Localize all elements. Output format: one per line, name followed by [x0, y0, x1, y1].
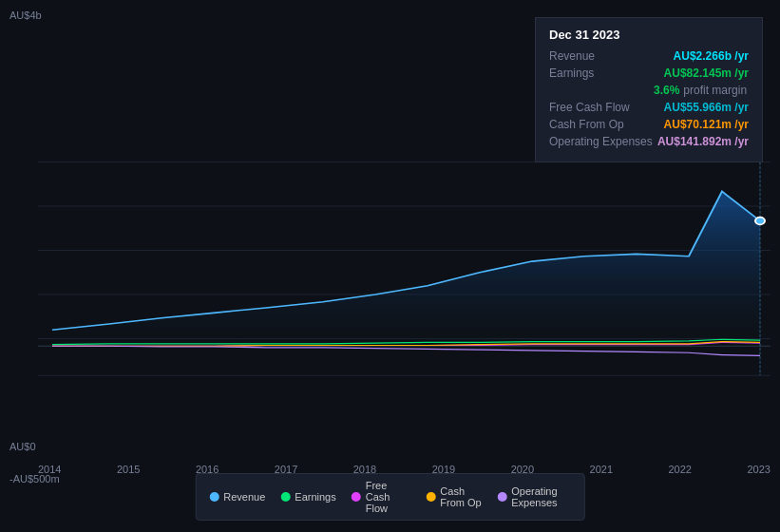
y-label-zero: AU$0: [10, 441, 36, 452]
tooltip-label-revenue: Revenue: [549, 49, 654, 63]
legend-dot-earnings: [280, 492, 290, 502]
legend-label-fcf: Free Cash Flow: [366, 480, 411, 514]
x-label-2014: 2014: [38, 464, 61, 475]
chart-svg: [0, 147, 780, 442]
legend-label-opex: Operating Expenses: [511, 485, 571, 508]
tooltip-label-fcf: Free Cash Flow: [549, 101, 654, 114]
chart-legend: Revenue Earnings Free Cash Flow Cash Fro…: [195, 473, 585, 521]
tooltip-row-fcf: Free Cash Flow AU$55.966m /yr: [549, 101, 749, 114]
legend-item-cashop[interactable]: Cash From Op: [426, 485, 482, 508]
tooltip-label-earnings: Earnings: [549, 66, 654, 80]
legend-label-earnings: Earnings: [295, 491, 335, 503]
svg-point-9: [755, 218, 765, 225]
tooltip-value-opex: AU$141.892m /yr: [657, 135, 749, 148]
tooltip-value-revenue: AU$2.266b /yr: [674, 49, 749, 63]
tooltip-value-cashop: AU$70.121m /yr: [664, 118, 749, 131]
tooltip-label-cashop: Cash From Op: [549, 118, 654, 131]
tooltip-row-cashop: Cash From Op AU$70.121m /yr: [549, 118, 749, 131]
tooltip-date: Dec 31 2023: [549, 28, 749, 42]
legend-dot-revenue: [209, 492, 219, 502]
profit-pct: 3.6%: [654, 84, 679, 97]
y-label-top: AU$4b: [10, 10, 42, 21]
legend-item-earnings[interactable]: Earnings: [280, 491, 335, 503]
tooltip-value-earnings: AU$82.145m /yr: [664, 66, 749, 80]
x-label-2022: 2022: [669, 464, 692, 475]
tooltip-row-opex: Operating Expenses AU$141.892m /yr: [549, 135, 749, 148]
x-label-2023: 2023: [747, 464, 770, 475]
profit-text: profit margin: [683, 84, 747, 97]
legend-dot-fcf: [352, 492, 361, 502]
profit-margin-row: 3.6% profit margin: [654, 84, 749, 97]
x-label-2015: 2015: [117, 464, 140, 475]
tooltip-row-revenue: Revenue AU$2.266b /yr: [549, 49, 749, 63]
tooltip-value-fcf: AU$55.966m /yr: [664, 101, 749, 114]
legend-label-revenue: Revenue: [223, 491, 265, 503]
tooltip-card: Dec 31 2023 Revenue AU$2.266b /yr Earnin…: [535, 17, 763, 162]
x-label-2021: 2021: [590, 464, 613, 475]
legend-item-opex[interactable]: Operating Expenses: [497, 485, 571, 508]
tooltip-label-opex: Operating Expenses: [549, 135, 654, 148]
legend-item-revenue[interactable]: Revenue: [209, 491, 265, 503]
legend-item-fcf[interactable]: Free Cash Flow: [352, 480, 411, 514]
legend-label-cashop: Cash From Op: [440, 485, 482, 508]
legend-dot-opex: [497, 492, 506, 502]
tooltip-row-earnings: Earnings AU$82.145m /yr: [549, 66, 749, 80]
legend-dot-cashop: [426, 492, 435, 502]
